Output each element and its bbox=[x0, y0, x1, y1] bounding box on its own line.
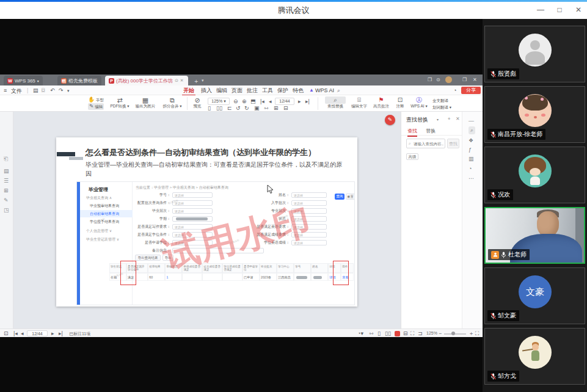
page-number-input[interactable]: 12/44 bbox=[275, 98, 294, 105]
search-icon[interactable]: ⌕ bbox=[337, 88, 340, 93]
wps-close-icon[interactable]: ✕ bbox=[473, 77, 477, 82]
form-input[interactable]: 请选择 bbox=[172, 240, 213, 245]
rotate-left-icon[interactable]: ↺ bbox=[236, 106, 241, 111]
fit-screen-icon[interactable]: ⛶ bbox=[475, 331, 479, 336]
participant-tile[interactable]: 邹方戈 bbox=[484, 328, 585, 385]
status-page-indicator[interactable]: 12/44 bbox=[27, 330, 48, 336]
maximize-button[interactable]: □ bbox=[552, 4, 567, 16]
double-page-icon[interactable]: ▯▯ bbox=[385, 331, 391, 336]
find-button[interactable]: 查找 bbox=[447, 139, 459, 148]
participant-tile-active-speaker[interactable]: 杜老师 bbox=[484, 207, 585, 264]
settings-icon[interactable]: ⊙ bbox=[436, 77, 440, 82]
participant-tile[interactable]: 殷贤彪 bbox=[484, 26, 585, 82]
form-input[interactable] bbox=[172, 248, 264, 253]
theme-icon[interactable]: ◔▾ bbox=[357, 331, 363, 336]
fit-width-icon[interactable]: ⇿ bbox=[369, 331, 374, 336]
prev-page-icon[interactable]: ◂ bbox=[269, 99, 272, 104]
fit-width-icon[interactable]: ⇿ bbox=[264, 106, 269, 111]
form-input[interactable]: 请选择 bbox=[291, 232, 327, 238]
first-page-icon[interactable]: |◂ bbox=[260, 99, 264, 104]
sidebar-item-degree-result[interactable]: 学位授予结果查询 bbox=[80, 218, 133, 225]
wps-ai-menu[interactable]: WPS AI bbox=[315, 87, 334, 93]
fit-window-icon[interactable]: ⊞ bbox=[274, 106, 279, 111]
fullscreen-icon[interactable]: ⛶ bbox=[410, 331, 414, 336]
sidebar-item-pre-review[interactable]: 毕业预审结果查询 bbox=[80, 202, 133, 209]
file-menu[interactable]: 文件 bbox=[11, 87, 22, 95]
ribbon-tab-comment[interactable]: 批注 bbox=[246, 87, 259, 95]
close-panel-icon[interactable]: ✕ bbox=[456, 116, 460, 122]
split-merge-button[interactable]: ⧉拆分合并 ▾ bbox=[160, 96, 184, 109]
zoom-slider-track[interactable] bbox=[444, 333, 466, 335]
collapse-icon[interactable]: — bbox=[469, 118, 474, 124]
sidebar-item-auto-review-active[interactable]: 自动初审结果查询 bbox=[80, 210, 133, 217]
export-button[interactable]: 导出 bbox=[162, 255, 173, 261]
form-input[interactable]: 请选择 bbox=[172, 200, 213, 206]
tab-list-icon[interactable]: ▾ bbox=[202, 78, 204, 83]
chevron-down-icon[interactable]: ▾ bbox=[437, 117, 439, 122]
find-replace-button[interactable]: ⌕查找替换 bbox=[325, 96, 346, 109]
zoom-out-icon[interactable]: ⊖ bbox=[233, 99, 238, 104]
thumbnail-icon[interactable]: ▤ bbox=[4, 168, 9, 174]
more-icon[interactable]: ⋯ bbox=[469, 175, 474, 181]
sign-icon[interactable]: ◳ bbox=[4, 207, 9, 213]
darken-text-icon[interactable]: ▣ bbox=[254, 106, 260, 111]
prev-page-icon[interactable]: ◂ bbox=[21, 331, 24, 336]
search-tool-icon[interactable]: ⌕ bbox=[469, 126, 475, 134]
ribbon-tab-home[interactable]: 开始 bbox=[182, 87, 195, 96]
single-page-icon[interactable]: ▯ bbox=[208, 106, 211, 111]
single-page-icon[interactable]: ▯ bbox=[377, 331, 381, 336]
form-input[interactable]: 请选择 bbox=[291, 200, 327, 206]
ribbon-tab-insert[interactable]: 插入 bbox=[200, 87, 213, 95]
advanced-chip[interactable]: 高级 bbox=[406, 153, 418, 160]
participant-tile[interactable]: 况欢 bbox=[484, 147, 585, 203]
active-view-icon[interactable] bbox=[395, 331, 400, 336]
form-input[interactable]: 请选择 bbox=[291, 208, 327, 214]
zoom-slider-knob[interactable] bbox=[451, 332, 455, 335]
participant-tile[interactable]: 文豪 邹方戈 邹文豪 bbox=[484, 267, 585, 324]
new-tab-button[interactable]: ＋ bbox=[193, 77, 199, 85]
ribbon-tab-edit[interactable]: 编辑 bbox=[215, 87, 228, 95]
fit-page-icon[interactable]: ⬒ bbox=[250, 99, 256, 104]
ribbon-tab-page[interactable]: 页面 bbox=[230, 87, 244, 95]
zoom-in-icon[interactable]: ＋ bbox=[469, 331, 474, 336]
attachment-icon[interactable]: ⊞ bbox=[4, 187, 9, 194]
page-layout-icon[interactable]: ⊡ bbox=[4, 331, 9, 336]
book-view-icon[interactable]: ⊟ bbox=[403, 331, 408, 336]
sidebar-item-graduation-query-group[interactable]: 毕业相关查询 ∧ bbox=[80, 194, 133, 201]
hand-tool-button[interactable]: ✋ 手型 bbox=[88, 96, 104, 103]
wps-home-tab[interactable]: W WPS 365 ▾ bbox=[4, 76, 43, 85]
sidebar-toggle-icon[interactable]: ⊐ bbox=[418, 331, 423, 336]
query-button[interactable]: 查询 bbox=[335, 194, 345, 200]
print-icon[interactable]: ⌼ bbox=[42, 88, 45, 93]
zoom-in-icon[interactable]: ⊕ bbox=[242, 99, 247, 104]
chevron-down-icon[interactable]: ▾ bbox=[67, 89, 70, 93]
form-input[interactable]: 请选择 bbox=[172, 192, 213, 198]
wps-ai-button[interactable]: ⒶWPS AI ▾ bbox=[409, 96, 429, 109]
reading-mode-icon[interactable]: ⊟ bbox=[283, 106, 288, 111]
wps-minimize-icon[interactable]: ❐ bbox=[462, 77, 467, 82]
share-button[interactable]: 分享 bbox=[461, 87, 481, 94]
form-input[interactable]: 请选择 bbox=[291, 216, 327, 222]
next-page-icon[interactable]: ▸ bbox=[51, 331, 54, 336]
form-input[interactable] bbox=[172, 216, 213, 222]
account-avatar[interactable] bbox=[445, 76, 452, 83]
close-button[interactable]: ✕ bbox=[571, 4, 586, 16]
form-input[interactable]: 请选择 bbox=[291, 240, 327, 245]
edit-tool-button[interactable]: ✎ 编辑 bbox=[88, 103, 104, 110]
last-page-icon[interactable]: ▸| bbox=[305, 99, 310, 104]
ribbon-tab-special[interactable]: 特色 bbox=[291, 87, 305, 95]
form-input[interactable]: 请选择 bbox=[172, 224, 213, 230]
restore-window-icon[interactable]: ❐ bbox=[428, 77, 432, 82]
export-results-button[interactable]: 导出查询结果 bbox=[135, 255, 161, 261]
form-input[interactable]: 请选择 bbox=[291, 224, 327, 230]
reset-button[interactable]: 重置 bbox=[346, 194, 355, 200]
ribbon-tab-protect[interactable]: 保护 bbox=[276, 87, 290, 95]
document-tab-active[interactable]: P (高校) 000学士学位工作坊 ⊙ ✕ bbox=[105, 76, 188, 85]
sidebar-item-personal-info[interactable]: 个人信息管理 ∨ bbox=[80, 227, 133, 234]
double-page-icon[interactable]: ▯▯ bbox=[216, 106, 222, 111]
form-input[interactable]: 请选择 bbox=[291, 192, 327, 198]
annotation-list-icon[interactable]: ✎ bbox=[4, 197, 9, 203]
function-icon[interactable]: ƒ bbox=[469, 147, 472, 153]
preview-button[interactable]: ⊘预览 bbox=[189, 96, 205, 109]
highlight-button[interactable]: ⚑高亮批注 bbox=[371, 96, 391, 109]
